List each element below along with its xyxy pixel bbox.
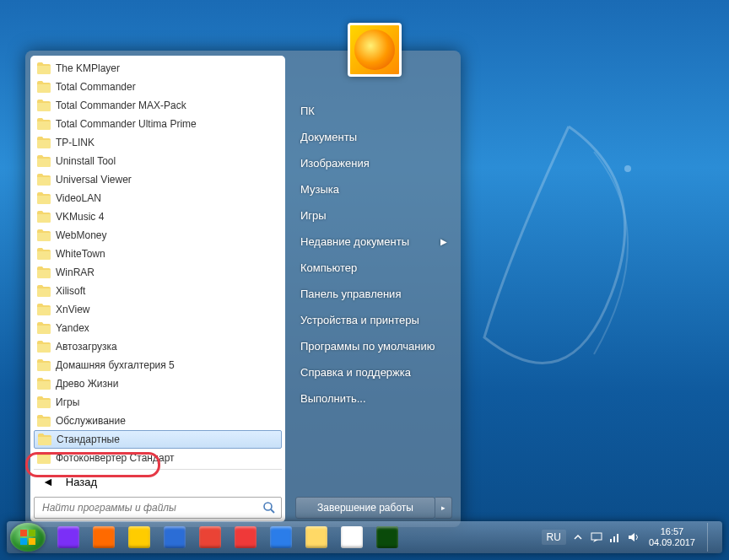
program-folder-item[interactable]: Домашняя бухгалтерия 5 [34, 356, 282, 374]
app-icon [270, 526, 292, 548]
right-menu-item[interactable]: Программы по умолчанию [295, 333, 452, 359]
search-box[interactable] [34, 497, 282, 519]
program-folder-item[interactable]: Автозагрузка [34, 337, 282, 356]
svg-line-2 [271, 509, 274, 513]
back-button[interactable]: ◄ Назад [34, 469, 282, 493]
program-folder-item[interactable]: Яндекс [34, 467, 282, 469]
program-folder-item[interactable]: Uninstall Tool [34, 152, 282, 170]
back-label: Назад [66, 476, 97, 488]
volume-icon[interactable] [627, 530, 640, 544]
right-menu-label: Изображения [300, 157, 370, 170]
start-menu-right-panel: ПКДокументыИзображенияМузыкаИгрыНедавние… [285, 56, 456, 522]
right-menu-item[interactable]: Выполнить... [295, 385, 452, 412]
right-menu-item[interactable]: Панель управления [295, 281, 452, 307]
right-menu-item[interactable]: Недавние документы▶ [295, 229, 452, 255]
program-label: The KMPlayer [56, 62, 120, 74]
program-folder-item[interactable]: Total Commander Ultima Prime [34, 115, 282, 133]
network-icon[interactable] [608, 530, 622, 544]
folder-icon [38, 433, 51, 445]
right-menu-item[interactable]: Устройства и принтеры [295, 307, 452, 333]
program-label: Автозагрузка [56, 341, 117, 353]
right-menu-item[interactable]: ПК [295, 98, 452, 124]
folder-icon [37, 192, 51, 204]
program-folder-item[interactable]: Yandex [34, 319, 282, 337]
program-folder-item[interactable]: Стандартные [34, 430, 282, 449]
right-menu-item[interactable]: Изображения [295, 150, 452, 176]
folder-icon [37, 396, 51, 408]
program-folder-item[interactable]: TP-LINK [34, 133, 282, 152]
program-label: WinRAR [56, 267, 94, 278]
taskbar-app-chrome[interactable] [193, 525, 227, 550]
right-menu-item[interactable]: Справка и поддержка [295, 359, 452, 385]
folder-icon [37, 229, 51, 241]
start-button[interactable] [10, 523, 46, 552]
program-label: Обслуживание [56, 415, 126, 427]
program-folder-item[interactable]: The KMPlayer [34, 59, 282, 78]
start-menu-left-panel: The KMPlayerTotal CommanderTotal Command… [30, 56, 285, 522]
taskbar-app-maxthon[interactable] [264, 525, 298, 550]
program-folder-item[interactable]: XnView [34, 300, 282, 319]
program-folder-item[interactable]: Фотоконвертер Стандарт [34, 449, 282, 467]
taskbar-app-ie[interactable] [158, 525, 192, 550]
svg-point-0 [624, 165, 631, 172]
taskbar-app-vivaldi[interactable] [229, 525, 262, 550]
program-folder-item[interactable]: VKMusic 4 [34, 207, 282, 226]
taskbar-app-panda[interactable] [335, 525, 369, 550]
program-folder-item[interactable]: VideoLAN [34, 189, 282, 207]
program-folder-item[interactable]: Total Commander [34, 78, 282, 96]
program-label: Древо Жизни [56, 378, 118, 390]
app-icon [57, 526, 79, 548]
program-folder-item[interactable]: Xilisoft [34, 282, 282, 300]
right-menu-item[interactable]: Музыка [295, 176, 452, 202]
svg-rect-4 [29, 530, 35, 536]
app-icon [376, 526, 398, 548]
program-label: Universal Viewer [56, 174, 132, 186]
taskbar-app-player-orange[interactable] [87, 525, 121, 550]
taskbar-app-explorer[interactable] [300, 525, 333, 550]
all-programs-list[interactable]: The KMPlayerTotal CommanderTotal Command… [34, 59, 282, 469]
language-indicator[interactable]: RU [542, 530, 566, 545]
user-picture[interactable] [348, 23, 402, 77]
svg-rect-3 [20, 530, 27, 536]
program-folder-item[interactable]: WinRAR [34, 263, 282, 282]
right-menu-label: Недавние документы [300, 235, 409, 248]
folder-icon [37, 137, 51, 148]
action-center-icon[interactable] [590, 530, 603, 544]
search-input[interactable] [40, 499, 262, 516]
program-folder-item[interactable]: Total Commander MAX-Pack [34, 96, 282, 115]
app-icon [164, 526, 186, 548]
system-tray: RU 16:57 04.09.2017 [542, 523, 719, 552]
taskbar-app-terminal[interactable] [370, 525, 404, 550]
program-folder-item[interactable]: Universal Viewer [34, 170, 282, 189]
app-icon [199, 526, 221, 548]
right-menu-item[interactable]: Документы [295, 124, 452, 150]
svg-rect-10 [617, 534, 618, 542]
program-label: Total Commander Ultima Prime [56, 118, 197, 130]
folder-icon [37, 322, 51, 334]
program-folder-item[interactable]: Обслуживание [34, 412, 282, 430]
taskbar-app-yandex[interactable] [122, 525, 156, 550]
program-folder-item[interactable]: WhiteTown [34, 245, 282, 263]
program-label: WhiteTown [56, 248, 105, 260]
right-menu-label: Выполнить... [300, 392, 366, 405]
date-text: 04.09.2017 [649, 537, 695, 548]
folder-icon [37, 118, 51, 130]
clock[interactable]: 16:57 04.09.2017 [645, 526, 699, 548]
right-menu-label: Музыка [300, 183, 339, 196]
program-label: Total Commander MAX-Pack [56, 100, 186, 111]
folder-icon [37, 359, 51, 371]
folder-icon [37, 62, 51, 74]
shutdown-options-button[interactable]: ▸ [435, 497, 452, 519]
right-menu-item[interactable]: Игры [295, 202, 452, 229]
tray-chevron-icon[interactable] [571, 530, 585, 544]
svg-rect-6 [29, 538, 35, 545]
program-folder-item[interactable]: Древо Жизни [34, 374, 282, 393]
taskbar-app-player-purple[interactable] [51, 525, 85, 550]
program-folder-item[interactable]: WebMoney [34, 226, 282, 245]
shutdown-button[interactable]: Завершение работы [295, 497, 435, 519]
program-label: Xilisoft [56, 285, 85, 297]
right-menu-item[interactable]: Компьютер [295, 255, 452, 281]
app-icon [128, 526, 150, 548]
show-desktop-button[interactable] [707, 523, 716, 552]
program-folder-item[interactable]: Игры [34, 393, 282, 412]
